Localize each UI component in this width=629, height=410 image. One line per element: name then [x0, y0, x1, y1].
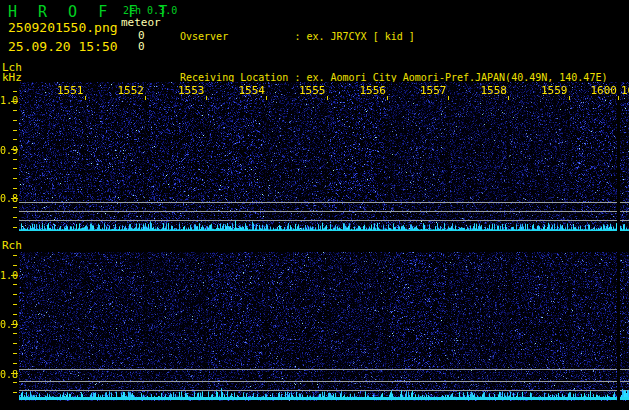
- axis-tick: [13, 168, 17, 169]
- axis-tick: [13, 363, 17, 364]
- meteor-counter-label: meteor: [121, 16, 161, 29]
- axis-tick: [13, 227, 17, 228]
- time-tick-label: 1553: [178, 84, 205, 97]
- meteor-count-rch: 0: [138, 40, 145, 53]
- axis-tick: [11, 324, 18, 325]
- time-tick-label: 1554: [238, 84, 265, 97]
- app-version: 2ch 0.3.0: [123, 5, 177, 16]
- time-tick-label: 1552: [117, 84, 144, 97]
- axis-tick: [13, 178, 17, 179]
- axis-tick: [11, 101, 18, 102]
- lch-spectrogram: [19, 82, 629, 231]
- axis-tick: [13, 255, 17, 256]
- time-tick-label: 1551: [57, 84, 84, 97]
- axis-tick: [266, 96, 267, 100]
- axis-tick: [618, 96, 619, 100]
- time-tick-label: 1557: [420, 84, 447, 97]
- rch-freq-label: 0.8: [0, 369, 16, 380]
- axis-tick: [13, 392, 17, 393]
- axis-tick: [11, 198, 18, 199]
- time-tick-label: 1558: [480, 84, 507, 97]
- axis-tick: [13, 304, 17, 305]
- lch-freq-label: 0.9: [0, 145, 16, 156]
- axis-tick: [13, 217, 17, 218]
- axis-tick: [448, 96, 449, 100]
- axis-tick: [13, 284, 17, 285]
- axis-tick: [206, 96, 207, 100]
- axis-tick: [11, 149, 18, 150]
- axis-tick: [13, 139, 17, 140]
- axis-tick: [85, 96, 86, 100]
- axis-tick: [145, 96, 146, 100]
- axis-tick: [13, 91, 17, 92]
- axis-tick: [327, 96, 328, 100]
- axis-tick: [13, 188, 17, 189]
- axis-tick: [13, 294, 17, 295]
- rch-spectrogram: [19, 252, 629, 401]
- axis-tick: [13, 265, 17, 266]
- axis-tick: [13, 353, 17, 354]
- axis-tick: [11, 373, 18, 374]
- axis-tick: [13, 207, 17, 208]
- axis-tick: [13, 343, 17, 344]
- axis-tick: [13, 159, 17, 160]
- time-tick-label-clipped: 16: [621, 84, 629, 97]
- axis-tick: [13, 333, 17, 334]
- time-tick-label: 1600: [590, 84, 617, 97]
- rch-channel-label: Rch: [2, 239, 22, 252]
- time-tick-label: 1556: [359, 84, 386, 97]
- axis-tick: [569, 96, 570, 100]
- axis-tick: [13, 110, 17, 111]
- axis-tick: [13, 130, 17, 131]
- axis-tick: [11, 275, 18, 276]
- timestamp-label: 25.09.20 15:50: [8, 39, 118, 54]
- hrofft-window: H R O F F T 2ch 0.3.0 2509201550.png met…: [0, 0, 629, 410]
- axis-tick: [387, 96, 388, 100]
- observer-line: Ovserver : ex. JR7CYX [ kid ]: [180, 30, 629, 44]
- output-filename: 2509201550.png: [8, 20, 118, 35]
- axis-tick: [13, 120, 17, 121]
- axis-tick: [13, 382, 17, 383]
- axis-tick: [508, 96, 509, 100]
- axis-tick: [13, 314, 17, 315]
- time-tick-label: 1559: [541, 84, 568, 97]
- time-tick-label: 1555: [299, 84, 326, 97]
